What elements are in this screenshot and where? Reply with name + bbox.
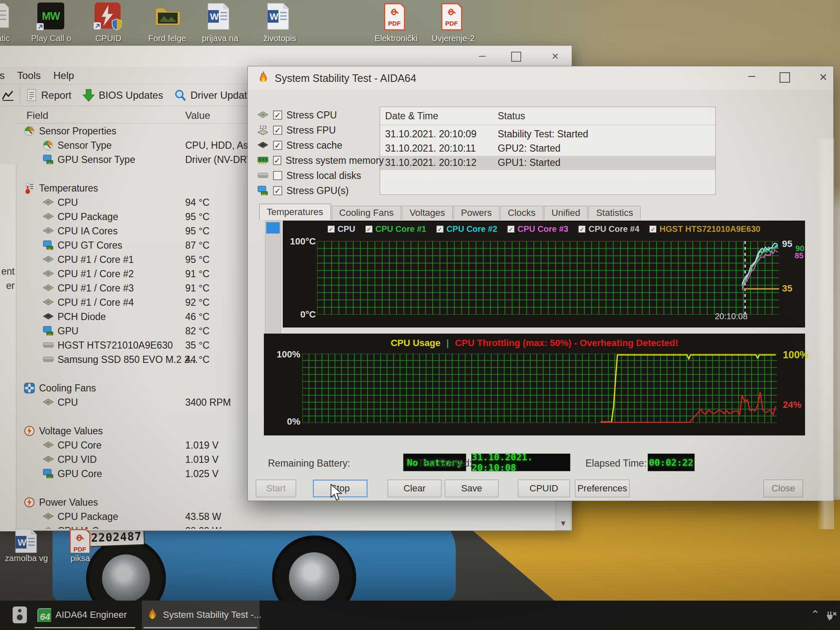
sensor-field-label: GPU — [58, 326, 79, 337]
tab-statistics[interactable]: Statistics — [588, 206, 640, 220]
menu-item-help[interactable]: Help — [53, 70, 74, 81]
usage-plot — [302, 354, 777, 423]
legend-checkbox[interactable]: ✓ — [328, 226, 335, 233]
scrollbar-thumb[interactable] — [266, 222, 280, 234]
tab-temperatures[interactable]: Temperatures — [259, 204, 331, 220]
desktop-icon-art: PDF — [439, 3, 467, 30]
legend-checkbox[interactable]: ✓ — [436, 226, 444, 233]
status-panel: Date & Time Status 31.10.2021. 20:10:09S… — [380, 107, 716, 195]
legend-item[interactable]: ✓CPU Core #4 — [578, 224, 639, 234]
temp-value-85: 85 — [795, 251, 803, 260]
legend-item[interactable]: ✓CPU Core #3 — [507, 224, 568, 234]
stability-titlebar[interactable]: System Stability Test - AIDA64 – × — [248, 66, 833, 89]
toolbar-button-driver-updates[interactable]: Driver Updates — [174, 89, 257, 102]
desktop-icon-label: prijava na — [201, 34, 239, 43]
legend-item[interactable]: ✓CPU Core #1 — [365, 224, 426, 234]
svg-text:W: W — [270, 11, 278, 22]
checkbox[interactable]: ✓ — [273, 110, 282, 120]
stress-option-label: Stress CPU — [286, 110, 337, 121]
stability-close-button[interactable]: × — [814, 70, 832, 85]
menu-partial-item[interactable]: s — [0, 70, 5, 81]
tray-power-icon[interactable] — [825, 610, 838, 621]
desktop-icon-art: PDF — [68, 528, 93, 552]
legend-checkbox[interactable]: ✓ — [649, 226, 656, 233]
usage-value-24: 24% — [783, 399, 801, 410]
legend-checkbox[interactable]: ✓ — [365, 226, 373, 233]
button-cpuid[interactable]: CPUID — [518, 480, 570, 497]
button-save[interactable]: Save — [445, 480, 499, 497]
sensor-field-label: CPU #1 / Core #4 — [58, 297, 134, 308]
tab-voltages[interactable]: Voltages — [402, 206, 452, 220]
checkbox[interactable]: ✓ — [273, 141, 282, 150]
tray-chevron-icon[interactable]: ⌃ — [811, 608, 820, 621]
desktop-icon-label: Play Call of — [31, 34, 71, 43]
legend-item[interactable]: ✓CPU Core #2 — [436, 224, 497, 234]
stability-maximize-button[interactable] — [780, 72, 790, 83]
status-row[interactable]: 31.10.2021. 20:10:12GPU1: Started — [380, 156, 715, 170]
tab-clocks[interactable]: Clocks — [500, 206, 543, 220]
desktop-icon-art: W — [14, 528, 39, 552]
chip-icon — [42, 255, 54, 264]
stress-option-stress-cache[interactable]: ✓Stress cache — [257, 139, 379, 152]
checkbox[interactable]: ✓ — [273, 126, 282, 135]
toolbar-button-bios-updates[interactable]: BIOS Updates — [82, 89, 163, 102]
taskbar-app-icon[interactable] — [13, 606, 27, 623]
stress-option-stress-local-disks[interactable]: Stress local disks — [257, 169, 379, 182]
scroll-down-arrow-icon[interactable]: ▼ — [556, 517, 570, 530]
field-column-header[interactable]: Field — [26, 110, 48, 121]
button-clear[interactable]: Clear — [388, 480, 441, 497]
desktop-icon-label: Elektronički — [370, 34, 423, 43]
button-close[interactable]: Close — [764, 480, 803, 497]
engineer-minimize-button[interactable]: – — [473, 50, 491, 63]
engineer-close-button[interactable]: × — [546, 50, 564, 63]
legend-label: CPU Core #1 — [375, 224, 426, 234]
desktop-icon-label: životopis — [260, 34, 300, 43]
button-preferences[interactable]: Preferences — [575, 480, 630, 497]
value-column-header[interactable]: Value — [185, 110, 210, 121]
checkbox[interactable]: ✓ — [273, 186, 282, 195]
tab-unified[interactable]: Unified — [544, 206, 588, 220]
checkbox[interactable]: ✓ — [273, 156, 281, 165]
button-start[interactable]: Start — [256, 480, 296, 497]
engineer-maximize-button[interactable] — [511, 52, 521, 62]
flame-icon — [146, 608, 159, 622]
status-text: GPU2: Started — [498, 143, 561, 154]
sensor-value: 3400 RPM — [185, 397, 231, 408]
temp-axis-top: 100°C — [286, 236, 316, 247]
checkbox[interactable] — [273, 171, 282, 180]
menu-item-tools[interactable]: Tools — [17, 70, 41, 81]
taskbar-item-aida64-engineer[interactable]: 64AIDA64 Engineer — [33, 601, 138, 629]
sensor-row-cpu-package[interactable]: CPU Package43.58 W — [0, 509, 554, 524]
stress-option-stress-cpu[interactable]: ✓Stress CPU — [257, 108, 379, 122]
gpu-icon — [257, 185, 269, 196]
temp-axis-bottom: 0°C — [286, 309, 316, 320]
sensor-field-label: Voltage Values — [39, 425, 103, 437]
legend-item[interactable]: ✓HGST HTS721010A9E630 — [649, 224, 760, 234]
stress-option-stress-fpu[interactable]: 123✓Stress FPU — [257, 123, 379, 137]
legend-checkbox[interactable]: ✓ — [578, 226, 585, 233]
legend-checkbox[interactable]: ✓ — [507, 226, 514, 233]
taskbar-item-system-stability-test-[interactable]: System Stability Test -... — [142, 601, 260, 629]
status-row[interactable]: 31.10.2021. 20:10:11GPU2: Started — [380, 142, 715, 156]
tab-cooling-fans[interactable]: Cooling Fans — [332, 206, 402, 220]
sensor-field-label: HGST HTS721010A9E630 — [58, 340, 173, 351]
usage-graph-panel: CPU Usage | CPU Throttling (max: 50%) - … — [264, 333, 805, 436]
status-col-status[interactable]: Status — [498, 110, 525, 122]
legend-item[interactable]: ✓CPU — [328, 224, 355, 234]
svg-text:PDF: PDF — [74, 546, 86, 553]
usage-title-alert: CPU Throttling (max: 50%) - Overheating … — [455, 338, 678, 348]
sensor-field-label: PCH Diode — [58, 311, 106, 323]
tab-powers[interactable]: Powers — [454, 206, 499, 220]
chip-icon — [257, 110, 269, 120]
stress-option-stress-system-memory[interactable]: ✓Stress system memory — [257, 154, 379, 167]
status-col-datetime[interactable]: Date & Time — [385, 110, 438, 122]
stress-option-stress-gpu-s-[interactable]: ✓Stress GPU(s) — [257, 184, 379, 197]
chart-toolbar-button[interactable] — [1, 89, 15, 102]
sensor-value: 46 °C — [185, 311, 210, 323]
usage-axis-top: 100% — [271, 349, 300, 360]
stability-minimize-button[interactable]: – — [743, 70, 761, 85]
chip-icon — [42, 512, 54, 521]
toolbar-button-report[interactable]: Report — [26, 89, 71, 102]
engineer-scrollbar[interactable]: ▼ — [556, 501, 571, 530]
status-row[interactable]: 31.10.2021. 20:10:09Stability Test: Star… — [380, 127, 715, 142]
